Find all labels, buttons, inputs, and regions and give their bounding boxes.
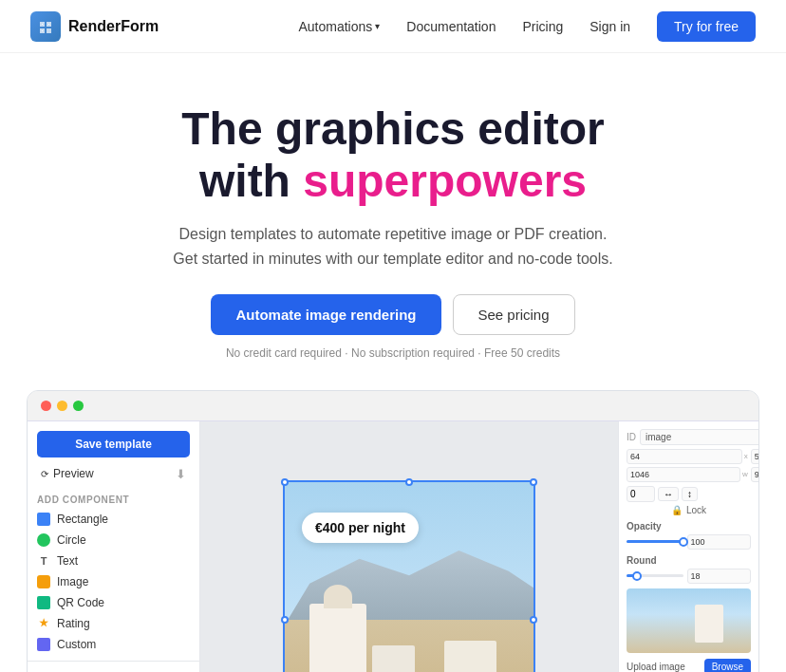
add-rating[interactable]: ★ Rating bbox=[28, 613, 199, 634]
add-rectangle[interactable]: Rectangle bbox=[28, 509, 199, 530]
see-pricing-button[interactable]: See pricing bbox=[453, 294, 575, 335]
opacity-row bbox=[627, 534, 751, 550]
round-thumb[interactable] bbox=[632, 571, 642, 581]
round-input[interactable] bbox=[687, 569, 752, 584]
components-header: COMPONENTS ↑ ↓ bbox=[28, 667, 199, 672]
h-input[interactable] bbox=[751, 467, 758, 482]
lock-row[interactable]: 🔒 Lock bbox=[627, 505, 751, 515]
canvas-mini-preview bbox=[627, 588, 751, 653]
save-template-button[interactable]: Save template bbox=[37, 431, 190, 457]
logo[interactable]: RenderForm bbox=[30, 11, 159, 42]
try-for-free-button[interactable]: Try for free bbox=[657, 11, 756, 42]
download-icon[interactable]: ⬇ bbox=[176, 467, 186, 481]
nav-documentation[interactable]: Documentation bbox=[406, 19, 496, 34]
image-icon bbox=[37, 575, 50, 588]
navbar: RenderForm Automations Documentation Pri… bbox=[0, 0, 786, 53]
browse-button[interactable]: Browse bbox=[704, 659, 751, 672]
opacity-thumb[interactable] bbox=[679, 537, 688, 547]
rect-icon bbox=[37, 513, 50, 526]
building1 bbox=[309, 604, 366, 672]
editor-top-bar bbox=[28, 391, 758, 421]
id-input[interactable] bbox=[640, 429, 758, 445]
canvas-image-container[interactable]: €400 per night bbox=[285, 482, 533, 672]
hero-buttons: Automate image rendering See pricing bbox=[30, 294, 756, 335]
circle-icon bbox=[37, 533, 50, 547]
w-input[interactable] bbox=[627, 467, 740, 482]
hero-title: The graphics editor with superpowers bbox=[30, 103, 756, 207]
left-panel: Save template ⟳ Preview ⬇ ADD COMPONENT … bbox=[28, 421, 200, 672]
qr-icon bbox=[37, 596, 50, 609]
window-maximize-dot bbox=[73, 401, 84, 411]
window-minimize-dot bbox=[57, 401, 67, 411]
id-label: ID bbox=[627, 432, 636, 442]
rotate-input[interactable] bbox=[627, 486, 655, 502]
logo-icon bbox=[30, 11, 61, 42]
w-coord: w bbox=[627, 467, 748, 482]
hero-section: The graphics editor with superpowers Des… bbox=[0, 53, 786, 386]
building3 bbox=[444, 641, 496, 672]
flip-v-button[interactable]: ↕ bbox=[682, 487, 698, 501]
editor-wrapper: Save template ⟳ Preview ⬇ ADD COMPONENT … bbox=[27, 390, 759, 672]
lock-label: Lock bbox=[686, 505, 706, 515]
text-icon: T bbox=[37, 554, 50, 568]
nav-links: Automations Documentation Pricing Sign i… bbox=[298, 11, 756, 42]
canvas-container: €400 per night Kecamatan Ubud, Indonesia… bbox=[285, 482, 533, 672]
hero-highlight: superpowers bbox=[303, 156, 587, 206]
y-input[interactable] bbox=[751, 449, 758, 464]
nav-pricing[interactable]: Pricing bbox=[522, 19, 563, 34]
opacity-input[interactable] bbox=[687, 534, 752, 550]
add-qr[interactable]: QR Code bbox=[28, 592, 199, 613]
opacity-fill bbox=[627, 540, 683, 543]
flip-h-button[interactable]: ↔ bbox=[658, 487, 679, 501]
price-badge: €400 per night bbox=[302, 513, 419, 543]
mini-building bbox=[695, 605, 723, 643]
building2 bbox=[372, 645, 415, 672]
rotate-row: ↔ ↕ bbox=[627, 486, 751, 502]
canvas-area: €400 per night Kecamatan Ubud, Indonesia… bbox=[200, 421, 618, 672]
opacity-label: Opacity bbox=[627, 521, 751, 532]
id-row: ID bbox=[627, 429, 751, 445]
editor-body: Save template ⟳ Preview ⬇ ADD COMPONENT … bbox=[28, 421, 758, 672]
x-input[interactable] bbox=[627, 449, 742, 464]
right-panel: ID x y w h bbox=[618, 421, 758, 672]
flip-buttons: ↔ ↕ bbox=[658, 487, 698, 501]
coords-grid: x y w h bbox=[627, 449, 751, 482]
preview-row: ⟳ Preview ⬇ bbox=[28, 463, 199, 489]
rating-icon: ★ bbox=[37, 617, 50, 630]
add-custom[interactable]: Custom bbox=[28, 634, 199, 655]
preview-label[interactable]: ⟳ Preview bbox=[41, 467, 94, 480]
custom-icon bbox=[37, 638, 50, 651]
round-label: Round bbox=[627, 555, 751, 566]
add-text[interactable]: T Text bbox=[28, 551, 199, 571]
add-circle[interactable]: Circle bbox=[28, 530, 199, 551]
add-image[interactable]: Image bbox=[28, 571, 199, 592]
nav-automations[interactable]: Automations bbox=[298, 19, 380, 34]
scene bbox=[285, 482, 533, 672]
x-coord: x bbox=[627, 449, 748, 464]
hero-note: No credit card required · No subscriptio… bbox=[30, 346, 756, 360]
logo-text: RenderForm bbox=[68, 18, 159, 35]
lock-icon: 🔒 bbox=[671, 505, 683, 515]
hero-subtitle: Design templates to automate repetitive … bbox=[30, 222, 756, 271]
upload-label: Upload image bbox=[627, 662, 685, 672]
round-slider[interactable] bbox=[627, 574, 683, 577]
upload-row: Upload image Browse bbox=[627, 659, 751, 672]
opacity-slider[interactable] bbox=[627, 540, 683, 543]
nav-signin[interactable]: Sign in bbox=[590, 19, 630, 34]
h-coord: h bbox=[751, 467, 758, 482]
automate-button[interactable]: Automate image rendering bbox=[211, 294, 440, 335]
add-component-title: ADD COMPONENT bbox=[28, 489, 199, 509]
round-row bbox=[627, 569, 751, 584]
y-coord: y bbox=[751, 449, 758, 464]
window-close-dot bbox=[41, 401, 51, 411]
